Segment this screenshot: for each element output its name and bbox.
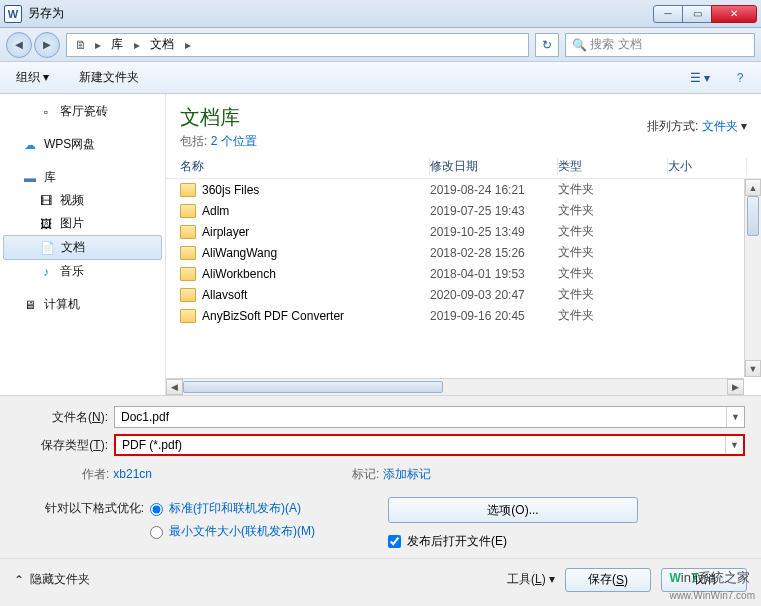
folder-icon (180, 204, 196, 218)
col-type[interactable]: 类型 (558, 158, 668, 175)
breadcrumb-root[interactable]: 库 (105, 36, 130, 53)
filetype-select[interactable]: PDF (*.pdf)▼ (114, 434, 745, 456)
breadcrumb[interactable]: 🗎 ▸ 库 ▸ 文档 ▸ (66, 33, 529, 57)
scroll-down-button[interactable]: ▼ (745, 360, 761, 377)
author-field[interactable]: 作者:xb21cn (82, 466, 152, 483)
picture-icon: 🖼 (38, 216, 54, 232)
col-size[interactable]: 大小 (668, 158, 747, 175)
folder-icon (180, 288, 196, 302)
scroll-thumb[interactable] (747, 196, 759, 236)
folder-icon (180, 309, 196, 323)
sidebar-item-documents[interactable]: 📄文档 (3, 235, 162, 260)
sidebar-item-pictures[interactable]: 🖼图片 (0, 212, 165, 235)
sidebar-item-computer[interactable]: 🖥计算机 (0, 293, 165, 316)
refresh-button[interactable]: ↻ (535, 33, 559, 57)
search-placeholder: 搜索 文档 (590, 36, 641, 53)
library-subtitle: 包括: 2 个位置 (180, 133, 257, 150)
sidebar-item-music[interactable]: ♪音乐 (0, 260, 165, 283)
open-after-checkbox[interactable] (388, 535, 401, 548)
maximize-button[interactable]: ▭ (682, 5, 712, 23)
scroll-right-button[interactable]: ▶ (727, 379, 744, 395)
radio-standard-label[interactable]: 标准(打印和联机发布)(A) (169, 500, 301, 517)
table-row[interactable]: 360js Files2019-08-24 16:21文件夹 (180, 179, 761, 200)
dropdown-icon[interactable]: ▼ (725, 436, 743, 454)
table-row[interactable]: AnyBizSoft PDF Converter2019-09-16 20:45… (180, 305, 761, 326)
vertical-scrollbar[interactable]: ▲ ▼ (744, 179, 761, 377)
nav-row: ◄ ► 🗎 ▸ 库 ▸ 文档 ▸ ↻ 🔍 搜索 文档 (0, 28, 761, 62)
close-button[interactable]: ✕ (711, 5, 757, 23)
collapse-icon: ⌃ (14, 573, 24, 587)
tile-icon: ▫ (38, 104, 54, 120)
footer: ⌃隐藏文件夹 工具(L) ▾ 保存(S) 取消 (0, 558, 761, 600)
filetype-label: 保存类型(T): (16, 437, 114, 454)
main-pane: 文档库 包括: 2 个位置 排列方式: 文件夹 ▾ 名称 修改日期 类型 大小 … (166, 94, 761, 395)
search-input[interactable]: 🔍 搜索 文档 (565, 33, 755, 57)
sidebar-item-video[interactable]: 🎞视频 (0, 189, 165, 212)
watermark: Win7Win7系统之家系统之家 www.WinWin7.com (669, 569, 755, 602)
filename-input[interactable]: Doc1.pdf▼ (114, 406, 745, 428)
video-icon: 🎞 (38, 193, 54, 209)
library-title: 文档库 (180, 104, 257, 131)
open-after-label[interactable]: 发布后打开文件(E) (407, 533, 507, 550)
file-list: 360js Files2019-08-24 16:21文件夹Adlm2019-0… (166, 179, 761, 395)
optimize-label: 针对以下格式优化: (30, 500, 144, 517)
sidebar-item-libraries[interactable]: ▬库 (0, 166, 165, 189)
hscroll-thumb[interactable] (183, 381, 443, 393)
column-headers: 名称 修改日期 类型 大小 (166, 152, 761, 179)
table-row[interactable]: Airplayer2019-10-25 13:49文件夹 (180, 221, 761, 242)
tools-menu[interactable]: 工具(L) ▾ (507, 571, 555, 588)
forward-button[interactable]: ► (34, 32, 60, 58)
organize-button[interactable]: 组织 ▾ (8, 67, 57, 88)
horizontal-scrollbar[interactable]: ◀ ▶ (166, 378, 744, 395)
radio-minimum[interactable] (150, 526, 163, 539)
breadcrumb-root-icon: 🗎 (71, 38, 91, 52)
cloud-icon: ☁ (22, 137, 38, 153)
titlebar: W 另存为 ─ ▭ ✕ (0, 0, 761, 28)
help-button[interactable]: ? (727, 67, 753, 89)
new-folder-button[interactable]: 新建文件夹 (71, 67, 147, 88)
include-count-link[interactable]: 2 个位置 (211, 134, 257, 148)
folder-icon (180, 225, 196, 239)
library-icon: ▬ (22, 170, 38, 186)
table-row[interactable]: Allavsoft2020-09-03 20:47文件夹 (180, 284, 761, 305)
sidebar-item-tiles[interactable]: ▫客厅瓷砖 (0, 100, 165, 123)
save-button[interactable]: 保存(S) (565, 568, 651, 592)
options-button[interactable]: 选项(O)... (388, 497, 638, 523)
table-row[interactable]: AliWangWang2018-02-28 15:26文件夹 (180, 242, 761, 263)
save-options-pane: 文件名(N): Doc1.pdf▼ 保存类型(T): PDF (*.pdf)▼ … (0, 396, 761, 558)
window-title: 另存为 (28, 5, 64, 22)
sidebar-item-wps[interactable]: ☁WPS网盘 (0, 133, 165, 156)
scroll-up-button[interactable]: ▲ (745, 179, 761, 196)
back-button[interactable]: ◄ (6, 32, 32, 58)
music-icon: ♪ (38, 264, 54, 280)
computer-icon: 🖥 (22, 297, 38, 313)
col-name[interactable]: 名称 (180, 158, 430, 175)
view-button[interactable]: ☰ ▾ (687, 67, 713, 89)
tags-field[interactable]: 标记:添加标记 (352, 466, 431, 483)
minimize-button[interactable]: ─ (653, 5, 683, 23)
sort-box[interactable]: 排列方式: 文件夹 ▾ (647, 118, 747, 135)
window-controls: ─ ▭ ✕ (654, 5, 757, 23)
table-row[interactable]: Adlm2019-07-25 19:43文件夹 (180, 200, 761, 221)
folder-icon (180, 183, 196, 197)
document-icon: 📄 (39, 240, 55, 256)
search-icon: 🔍 (572, 38, 587, 52)
col-date[interactable]: 修改日期 (430, 158, 558, 175)
breadcrumb-current[interactable]: 文档 (144, 36, 181, 53)
filename-label: 文件名(N): (16, 409, 114, 426)
scroll-left-button[interactable]: ◀ (166, 379, 183, 395)
folder-icon (180, 267, 196, 281)
table-row[interactable]: AliWorkbench2018-04-01 19:53文件夹 (180, 263, 761, 284)
folder-icon (180, 246, 196, 260)
radio-standard[interactable] (150, 503, 163, 516)
app-icon: W (4, 5, 22, 23)
radio-minimum-label[interactable]: 最小文件大小(联机发布)(M) (169, 523, 315, 540)
dropdown-icon[interactable]: ▼ (726, 407, 744, 427)
hide-folders-link[interactable]: ⌃隐藏文件夹 (14, 571, 90, 588)
sidebar: ▫客厅瓷砖 ☁WPS网盘 ▬库 🎞视频 🖼图片 📄文档 ♪音乐 🖥计算机 (0, 94, 166, 395)
toolbar: 组织 ▾ 新建文件夹 ☰ ▾ ? (0, 62, 761, 94)
